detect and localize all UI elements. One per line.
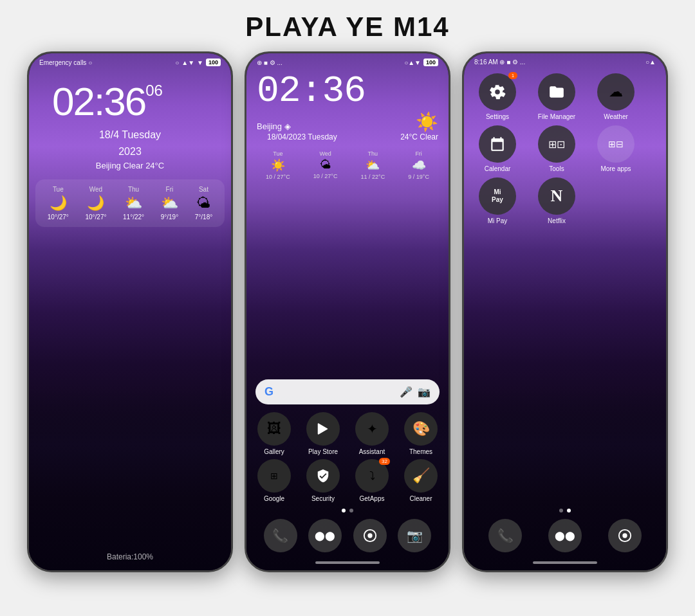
phone-2-fcast-temps-wed: 10 / 27°C bbox=[313, 173, 338, 179]
svg-point-3 bbox=[622, 533, 627, 538]
phone-1-date-line1: 18/4 Tuesday 2023 bbox=[29, 127, 231, 159]
phone-3-row-1: 1 Settings File Manag bbox=[474, 73, 656, 120]
app-tools[interactable]: ⊞⊡ Tools bbox=[533, 125, 580, 172]
forecast-day-sat: Sat 🌤 7°/18° bbox=[195, 186, 212, 221]
forecast-icon-thu: ⛅ bbox=[125, 195, 142, 212]
phone-3-dock: 📞 ⬤⬤ bbox=[464, 512, 666, 559]
badge-getapps: 32 bbox=[379, 458, 390, 465]
phone-1-wifi-icon: ▼ bbox=[197, 59, 203, 66]
phone-2-status-left: ⊕ ■ ⚙ ... bbox=[257, 59, 283, 66]
app-cleaner-label: Cleaner bbox=[409, 495, 432, 502]
phone-3-row-2: Calendar ⊞⊡ Tools ⊞⊟ More apps bbox=[474, 125, 656, 172]
app-security[interactable]: Security bbox=[302, 459, 344, 502]
app-settings-label: Settings bbox=[486, 113, 509, 120]
phone-2-fcast-temps-tue: 10 / 27°C bbox=[266, 174, 290, 180]
app-file-manager-label: File Manager bbox=[538, 113, 575, 120]
forecast-label-thu: Thu bbox=[128, 186, 139, 193]
phone-1-status-bar: Emergency calls ○ ○ ▲▼ ▼ 100 bbox=[29, 53, 231, 69]
forecast-temp-sat: 7°/18° bbox=[195, 213, 212, 221]
phone-2-time: 02:36 bbox=[246, 73, 449, 110]
phone-1-content: Emergency calls ○ ○ ▲▼ ▼ 100 02:3606 18/… bbox=[29, 53, 231, 570]
search-lens-icon[interactable]: 📷 bbox=[418, 386, 431, 398]
phone-1-time: 02:36 bbox=[39, 79, 145, 123]
dock-phone[interactable]: 📞 bbox=[264, 519, 297, 552]
phone-2-app-grid-row2: ⊞ Google Security 32 ⤵ bbox=[252, 459, 443, 502]
phone-3-dock-voicemail[interactable]: ⬤⬤ bbox=[548, 519, 582, 552]
phone-1-date-row1: 18/4 Tuesday bbox=[29, 127, 231, 143]
app-settings[interactable]: 1 Settings bbox=[474, 73, 521, 120]
app-tools-label: Tools bbox=[549, 165, 564, 172]
app-getapps-label: GetApps bbox=[360, 495, 385, 502]
phone-2-fcast-icon-tue: ☀️ bbox=[271, 158, 285, 172]
forecast-temp-wed: 10°/27° bbox=[85, 213, 106, 221]
phone-2-search-bar[interactable]: G 🎤 📷 bbox=[255, 379, 440, 404]
phone-2-forecast: Tue ☀️ 10 / 27°C Wed 🌤 10 / 27°C Thu ⛅ 1… bbox=[252, 147, 443, 184]
phone-2-weather-row: Beijing ◈ 18/04/2023 Tuesday ☀️ 24°C Cle… bbox=[246, 110, 449, 141]
page-title: PLAYA YE M14 bbox=[245, 12, 449, 42]
app-themes-label: Themes bbox=[409, 448, 432, 455]
phone-1-landscape bbox=[29, 227, 231, 552]
phone-2-weather-temp: 24°C Clear bbox=[400, 132, 438, 141]
gallery-icon-symbol: 🖼 bbox=[267, 421, 281, 437]
forecast-temp-thu: 11°/22° bbox=[123, 213, 144, 221]
phone-1-weather: Beijing Clear 24°C bbox=[29, 161, 231, 170]
app-assistant-label: Assistant bbox=[359, 448, 385, 455]
app-themes[interactable]: 🎨 Themes bbox=[400, 412, 442, 455]
phone-2-fcast-label-wed: Wed bbox=[319, 150, 331, 157]
forecast-day-wed: Wed 🌙 10°/27° bbox=[85, 186, 106, 221]
app-getapps-icon: 32 ⤵ bbox=[355, 459, 389, 493]
forecast-icon-wed: 🌙 bbox=[87, 195, 104, 212]
phone-3-dock-chrome[interactable] bbox=[608, 519, 642, 552]
app-mi-pay[interactable]: MiPay Mi Pay bbox=[474, 177, 521, 224]
phone-2-fcast-icon-fri: ☁️ bbox=[412, 158, 426, 172]
app-file-manager[interactable]: File Manager bbox=[533, 73, 580, 120]
search-mic-icon[interactable]: 🎤 bbox=[400, 386, 412, 398]
app-google[interactable]: ⊞ Google bbox=[253, 459, 295, 502]
app-gallery[interactable]: 🖼 Gallery bbox=[253, 412, 295, 455]
phone-2-signal: ○▲▼ bbox=[404, 59, 421, 66]
phone-1-lockscreen: Emergency calls ○ ○ ▲▼ ▼ 100 02:3606 18/… bbox=[27, 51, 233, 572]
phone-2-date: 18/04/2023 Tuesday bbox=[257, 132, 337, 141]
app-more-apps-label: More apps bbox=[600, 165, 631, 172]
app-calendar[interactable]: Calendar bbox=[474, 125, 521, 172]
phone-3-row-3: MiPay Mi Pay N Netflix bbox=[474, 177, 656, 224]
app-netflix[interactable]: N Netflix bbox=[533, 177, 580, 224]
phone-3-content: 8:16 AM ⊕ ■ ⚙ ... ○▲ 1 bbox=[464, 53, 666, 570]
phone-2-forecast-wed: Wed 🌤 10 / 27°C bbox=[313, 150, 338, 180]
tools-icon-symbol: ⊞⊡ bbox=[548, 138, 565, 150]
forecast-icon-tue: 🌙 bbox=[50, 195, 67, 212]
forecast-label-tue: Tue bbox=[53, 186, 64, 193]
phone-3-home-bar bbox=[533, 561, 597, 564]
app-more-apps[interactable]: ⊞⊟ More apps bbox=[593, 125, 639, 172]
app-weather-icon: ☁ bbox=[597, 73, 635, 111]
dock-voicemail[interactable]: ⬤⬤ bbox=[308, 519, 342, 552]
app-weather[interactable]: ☁ Weather bbox=[593, 73, 639, 120]
phone-1-seconds: 06 bbox=[145, 82, 163, 99]
app-netflix-label: Netflix bbox=[548, 217, 566, 224]
app-assistant[interactable]: ✦ Assistant bbox=[351, 412, 393, 455]
weather-icon-symbol: ☁ bbox=[609, 84, 623, 100]
app-play-store[interactable]: Play Store bbox=[302, 412, 344, 455]
cleaner-icon-symbol: 🧹 bbox=[412, 467, 430, 484]
phones-container: Emergency calls ○ ○ ▲▼ ▼ 100 02:3606 18/… bbox=[27, 51, 668, 572]
phone-2-fcast-temps-thu: 11 / 22°C bbox=[361, 174, 385, 180]
phone-2-fcast-icon-wed: 🌤 bbox=[320, 158, 331, 172]
phone-3-app-list: 1 Settings File Manag bbox=[464, 68, 666, 291]
forecast-icon-fri: ⛅ bbox=[161, 195, 178, 212]
forecast-label-fri: Fri bbox=[166, 186, 174, 193]
phone-3-spacer bbox=[464, 291, 666, 503]
phone-1-forecast: Tue 🌙 10°/27° Wed 🌙 10°/27° Thu ⛅ 11°/22… bbox=[35, 179, 225, 227]
phone-2-location: Beijing ◈ bbox=[257, 122, 337, 131]
phone-2-fcast-label-fri: Fri bbox=[415, 150, 422, 157]
dock-chrome[interactable] bbox=[353, 519, 387, 552]
app-netflix-icon: N bbox=[538, 177, 575, 215]
app-assistant-icon: ✦ bbox=[355, 412, 389, 446]
app-cleaner[interactable]: 🧹 Cleaner bbox=[400, 459, 442, 502]
phone-3-signal: ○▲ bbox=[645, 59, 656, 66]
phone-3-dock-phone[interactable]: 📞 bbox=[488, 519, 522, 552]
phone-2-fcast-icon-thu: ⛅ bbox=[366, 158, 380, 172]
app-getapps[interactable]: 32 ⤵ GetApps bbox=[351, 459, 393, 502]
app-cleaner-icon: 🧹 bbox=[404, 459, 438, 493]
forecast-temp-tue: 10°/27° bbox=[48, 213, 69, 221]
dock-camera[interactable]: 📷 bbox=[398, 519, 431, 552]
